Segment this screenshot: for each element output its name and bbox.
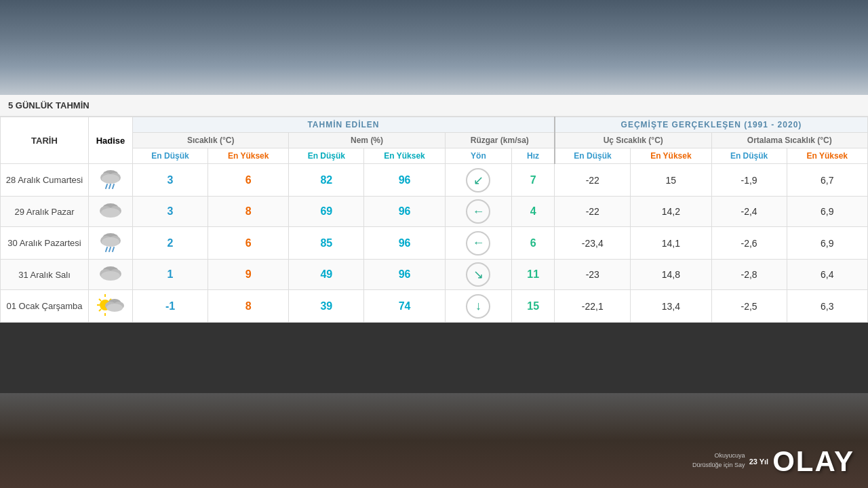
ort-yuksek-cell: 6,4 xyxy=(787,260,867,290)
section-title: 5 GÜNLÜK TAHMİN xyxy=(0,95,868,117)
weather-table: TARİH Hadise TAHMİN EDİLEN GEÇMİŞTE GERÇ… xyxy=(0,117,868,323)
svg-point-14 xyxy=(102,237,119,247)
sic-dusuk-cell: 2 xyxy=(133,227,208,260)
date-cell: 29 Aralık Pazar xyxy=(1,197,89,227)
nem-dusuk-cell: 39 xyxy=(289,290,364,323)
logo-year: 23 Yıl xyxy=(749,458,769,466)
hadise-cell xyxy=(89,227,133,260)
sic-dusuk-header: En Düşük xyxy=(133,148,208,164)
nem-yuksek-header: En Yüksek xyxy=(364,148,445,164)
sic-yuksek-cell: 8 xyxy=(208,290,289,323)
ort-yuksek-header: En Yüksek xyxy=(787,148,867,164)
weather-panel: 5 GÜNLÜK TAHMİN TARİH Hadise TAHMİN EDİL… xyxy=(0,95,868,323)
sic-dusuk-cell: -1 xyxy=(133,290,208,323)
uc-dusuk-cell: -22 xyxy=(555,197,631,227)
yon-cell: ← xyxy=(445,227,511,260)
uc-yuksek-cell: 14,8 xyxy=(631,260,711,290)
sic-yuksek-header: En Yüksek xyxy=(208,148,289,164)
col-sicaklik: Sıcaklık (°C) xyxy=(133,133,289,148)
col-uc-sicaklik: Uç Sıcaklık (°C) xyxy=(555,133,711,148)
yon-cell: ↙ xyxy=(445,164,511,197)
nem-dusuk-cell: 85 xyxy=(289,227,364,260)
hiz-cell: 11 xyxy=(512,260,555,290)
uc-dusuk-cell: -22,1 xyxy=(555,290,631,323)
svg-point-33 xyxy=(106,304,123,312)
col-ortalama: Ortalama Sıcaklık (°C) xyxy=(711,133,867,148)
hiz-cell: 4 xyxy=(512,197,555,227)
sic-dusuk-cell: 3 xyxy=(133,164,208,197)
hiz-header: Hız xyxy=(512,148,555,164)
svg-line-6 xyxy=(113,184,114,188)
ort-dusuk-cell: -2,6 xyxy=(711,227,787,260)
sic-yuksek-cell: 6 xyxy=(208,227,289,260)
ort-dusuk-header: En Düşük xyxy=(711,148,787,164)
ort-dusuk-cell: -2,8 xyxy=(711,260,787,290)
hiz-cell: 15 xyxy=(512,290,555,323)
logo-tagline2: Dürüstlüğe için Say xyxy=(692,462,745,468)
col-ruzgar: Rüzgar (km/sa) xyxy=(445,133,555,148)
hiz-cell: 7 xyxy=(512,164,555,197)
col-tarih-header: TARİH xyxy=(1,117,89,164)
logo-brand: OLAY xyxy=(772,445,854,478)
header-tahmin: TAHMİN EDİLEN xyxy=(133,117,555,133)
date-cell: 28 Aralık Cumartesi xyxy=(1,164,89,197)
sic-dusuk-cell: 3 xyxy=(133,197,208,227)
uc-dusuk-cell: -23,4 xyxy=(555,227,631,260)
nem-dusuk-cell: 69 xyxy=(289,197,364,227)
table-row: 01 Ocak Çarşamba -1 8 39 74 ↓ 15 -22,1 1… xyxy=(1,290,868,323)
ort-yuksek-cell: 6,7 xyxy=(787,164,867,197)
nem-yuksek-cell: 96 xyxy=(364,164,445,197)
uc-dusuk-cell: -22 xyxy=(555,164,631,197)
nem-yuksek-cell: 96 xyxy=(364,197,445,227)
ort-dusuk-cell: -2,4 xyxy=(711,197,787,227)
sic-dusuk-cell: 1 xyxy=(133,260,208,290)
yon-header: Yön xyxy=(445,148,511,164)
ort-dusuk-cell: -2,5 xyxy=(711,290,787,323)
uc-yuksek-cell: 15 xyxy=(631,164,711,197)
yon-cell: ↓ xyxy=(445,290,511,323)
hadise-cell xyxy=(89,197,133,227)
nem-dusuk-cell: 49 xyxy=(289,260,364,290)
hadise-cell xyxy=(89,290,133,323)
ort-yuksek-cell: 6,9 xyxy=(787,197,867,227)
svg-point-3 xyxy=(102,174,119,184)
sic-yuksek-cell: 9 xyxy=(208,260,289,290)
background-top xyxy=(0,0,868,95)
nem-yuksek-cell: 74 xyxy=(364,290,445,323)
logo-tagline1: Okuyucuya xyxy=(692,452,745,459)
ort-yuksek-cell: 6,9 xyxy=(787,227,867,260)
nem-dusuk-cell: 82 xyxy=(289,164,364,197)
hiz-cell: 6 xyxy=(512,227,555,260)
date-cell: 31 Aralık Salı xyxy=(1,260,89,290)
col-nem: Nem (%) xyxy=(289,133,445,148)
svg-point-10 xyxy=(101,208,120,218)
uc-yuksek-header: En Yüksek xyxy=(631,148,711,164)
hadise-cell xyxy=(89,164,133,197)
svg-line-29 xyxy=(99,309,101,311)
table-row: 31 Aralık Salı 1 9 49 96 ↘ 11 -23 14,8 -… xyxy=(1,260,868,290)
col-hadise-header: Hadise xyxy=(89,117,133,164)
header-gecmis: GEÇMİŞTE GERÇEKLEŞEN (1991 - 2020) xyxy=(555,117,868,133)
uc-yuksek-cell: 13,4 xyxy=(631,290,711,323)
logo-area: Okuyucuya Dürüstlüğe için Say 23 Yıl OLA… xyxy=(692,445,854,478)
table-row: 28 Aralık Cumartesi 3 6 82 96 ↙ 7 -22 15… xyxy=(1,164,868,197)
svg-line-4 xyxy=(106,184,107,188)
nem-yuksek-cell: 96 xyxy=(364,260,445,290)
nem-dusuk-header: En Düşük xyxy=(289,148,364,164)
uc-yuksek-cell: 14,2 xyxy=(631,197,711,227)
svg-line-17 xyxy=(113,247,114,251)
sic-yuksek-cell: 8 xyxy=(208,197,289,227)
hadise-cell xyxy=(89,260,133,290)
table-row: 30 Aralık Pazartesi 2 6 85 96 ← 6 -23,4 … xyxy=(1,227,868,260)
sic-yuksek-cell: 6 xyxy=(208,164,289,197)
uc-dusuk-cell: -23 xyxy=(555,260,631,290)
yon-cell: ↘ xyxy=(445,260,511,290)
svg-point-21 xyxy=(101,271,120,281)
svg-line-5 xyxy=(109,184,111,188)
ort-yuksek-cell: 6,3 xyxy=(787,290,867,323)
table-row: 29 Aralık Pazar 3 8 69 96 ← 4 -22 14,2 -… xyxy=(1,197,868,227)
ort-dusuk-cell: -1,9 xyxy=(711,164,787,197)
nem-yuksek-cell: 96 xyxy=(364,227,445,260)
uc-yuksek-cell: 14,1 xyxy=(631,227,711,260)
yon-cell: ← xyxy=(445,197,511,227)
